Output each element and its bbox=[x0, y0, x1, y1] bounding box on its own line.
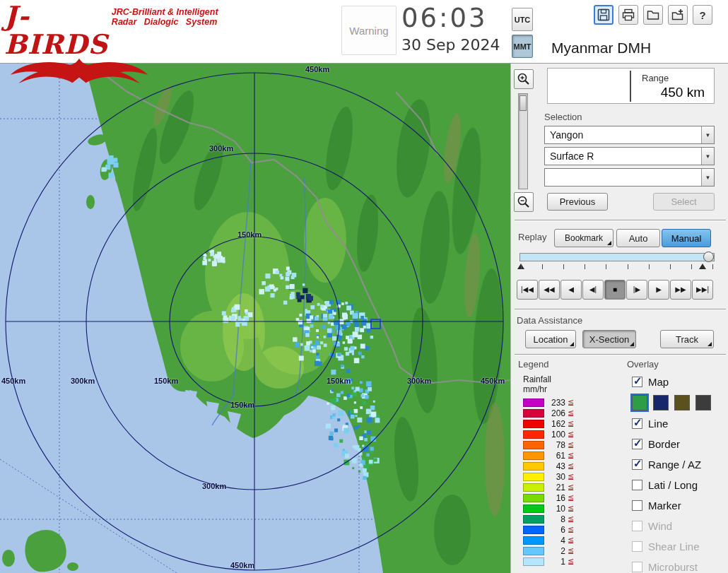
map-style-swatch[interactable] bbox=[695, 395, 711, 410]
range-ring-label: 450km bbox=[305, 65, 329, 73]
zoom-slider-thumb[interactable] bbox=[519, 95, 527, 111]
range-ring-label: 150km bbox=[154, 377, 178, 385]
timezone-toggle: UTC MMT bbox=[512, 8, 534, 61]
checkbox[interactable] bbox=[632, 500, 642, 511]
legend-value: 1 bbox=[547, 557, 565, 567]
data-assistance-label: Data Assistance bbox=[517, 315, 582, 326]
step-forward-button[interactable]: |▶ bbox=[626, 280, 647, 300]
skip-last-button[interactable]: ▶▶| bbox=[692, 280, 713, 300]
legend-value: 21 bbox=[547, 483, 565, 492]
bookmark-button[interactable]: Bookmark bbox=[554, 229, 613, 247]
overlay-item-label: Microburst bbox=[648, 561, 698, 573]
save-button[interactable] bbox=[594, 5, 613, 25]
legend-color-swatch bbox=[523, 430, 544, 439]
legend-lte-symbol: ≦ bbox=[568, 514, 574, 524]
fast-rewind-button[interactable]: ◀◀ bbox=[539, 280, 560, 300]
legend-color-swatch bbox=[523, 547, 544, 555]
range-ring-label: 450km bbox=[1, 377, 25, 385]
legend-color-swatch bbox=[523, 536, 544, 545]
zoom-in-button[interactable] bbox=[514, 69, 534, 89]
auto-mode-button[interactable]: Auto bbox=[616, 229, 660, 247]
stop-button[interactable]: ■ bbox=[604, 280, 626, 300]
play-button[interactable]: ▶ bbox=[648, 280, 669, 300]
checkbox[interactable] bbox=[632, 377, 642, 387]
warning-button[interactable]: Warning bbox=[341, 6, 397, 55]
step-back-button[interactable]: ◀| bbox=[582, 280, 604, 300]
legend-row: 4≦ bbox=[523, 535, 574, 545]
legend-lte-symbol: ≦ bbox=[568, 536, 574, 545]
overlay-item-marker[interactable]: Marker bbox=[632, 495, 727, 516]
legend-row: 78≦ bbox=[523, 439, 574, 450]
track-button[interactable]: Track bbox=[660, 330, 714, 348]
legend-color-swatch bbox=[523, 451, 544, 460]
basemap bbox=[0, 64, 510, 573]
manual-mode-button[interactable]: Manual bbox=[662, 229, 711, 247]
map-style-swatch[interactable] bbox=[674, 395, 690, 410]
legend-row: 2≦ bbox=[523, 545, 574, 556]
timeline-thumb[interactable] bbox=[703, 252, 714, 262]
option-select-value bbox=[545, 169, 701, 186]
zoom-out-icon bbox=[517, 195, 531, 209]
map-style-swatch[interactable] bbox=[632, 395, 647, 410]
overlay-item-lati-long[interactable]: Lati / Long bbox=[632, 475, 727, 495]
overlay-item-label: Border bbox=[648, 438, 680, 450]
product-select-value: Surface R bbox=[545, 148, 701, 165]
checkbox[interactable] bbox=[632, 459, 642, 470]
checkbox[interactable] bbox=[632, 439, 642, 449]
overlay-item-range-az[interactable]: Range / AZ bbox=[632, 454, 727, 475]
radar-map[interactable]: 450km300km150km150km300km450km450km300km… bbox=[0, 64, 510, 573]
legend-title: Legend bbox=[518, 359, 548, 370]
legend-lte-symbol: ≦ bbox=[568, 419, 574, 428]
legend-row: 6≦ bbox=[523, 524, 574, 535]
location-button[interactable]: Location bbox=[525, 330, 576, 348]
overlay-item-label: Shear Line bbox=[648, 540, 700, 553]
legend-color-swatch bbox=[523, 409, 544, 418]
toolbar: ? bbox=[594, 5, 712, 25]
skip-first-button[interactable]: |◀◀ bbox=[517, 280, 538, 300]
legend-color-swatch bbox=[523, 441, 544, 449]
save-icon bbox=[597, 8, 611, 22]
legend-row: 8≦ bbox=[523, 514, 574, 524]
overlay-item-map[interactable]: Map bbox=[632, 372, 727, 392]
map-style-swatch[interactable] bbox=[653, 395, 669, 410]
zoom-in-icon bbox=[517, 72, 531, 86]
chevron-down-icon[interactable]: ▼ bbox=[701, 126, 714, 143]
legend-row: 100≦ bbox=[523, 429, 574, 439]
legend-value: 30 bbox=[547, 472, 565, 482]
print-button[interactable] bbox=[618, 5, 638, 25]
mmt-button[interactable]: MMT bbox=[512, 35, 533, 58]
overlay-item-shear-line: Shear Line bbox=[632, 536, 727, 557]
option-select[interactable]: ▼ bbox=[544, 168, 715, 187]
range-divider bbox=[630, 71, 631, 102]
add-folder-button[interactable] bbox=[668, 5, 688, 25]
checkbox[interactable] bbox=[632, 418, 642, 429]
range-value: 450 km bbox=[661, 85, 705, 100]
chevron-down-icon[interactable]: ▼ bbox=[701, 169, 714, 186]
replay-timeline-slider[interactable] bbox=[519, 253, 715, 261]
timeline-ticks bbox=[521, 264, 713, 270]
checkbox[interactable] bbox=[632, 480, 642, 490]
fast-forward-button[interactable]: ▶▶ bbox=[670, 280, 691, 300]
chevron-down-icon[interactable]: ▼ bbox=[701, 148, 714, 165]
zoom-slider[interactable] bbox=[518, 93, 528, 189]
legend-color-swatch bbox=[523, 398, 544, 407]
x-section-button[interactable]: X-Section bbox=[582, 330, 636, 348]
zoom-out-button[interactable] bbox=[514, 192, 534, 212]
legend-lte-symbol: ≦ bbox=[568, 493, 574, 502]
legend-color-swatch bbox=[523, 526, 544, 534]
site-select[interactable]: Yangon ▼ bbox=[544, 126, 715, 144]
checkbox bbox=[632, 521, 642, 531]
open-folder-button[interactable] bbox=[643, 5, 663, 25]
previous-button[interactable]: Previous bbox=[547, 193, 608, 211]
legend-row: 206≦ bbox=[523, 408, 574, 418]
add-folder-icon bbox=[671, 8, 685, 22]
product-select[interactable]: Surface R ▼ bbox=[544, 147, 715, 165]
play-backward-button[interactable]: ◀ bbox=[560, 280, 582, 300]
help-button[interactable]: ? bbox=[693, 5, 712, 25]
overlay-options: MapLineBorderRange / AZLati / LongMarker… bbox=[632, 372, 727, 573]
legend-row: 1≦ bbox=[523, 556, 574, 567]
overlay-item-border[interactable]: Border bbox=[632, 434, 727, 454]
legend-row: 43≦ bbox=[523, 461, 574, 471]
utc-button[interactable]: UTC bbox=[512, 8, 533, 31]
overlay-item-line[interactable]: Line bbox=[632, 413, 727, 434]
